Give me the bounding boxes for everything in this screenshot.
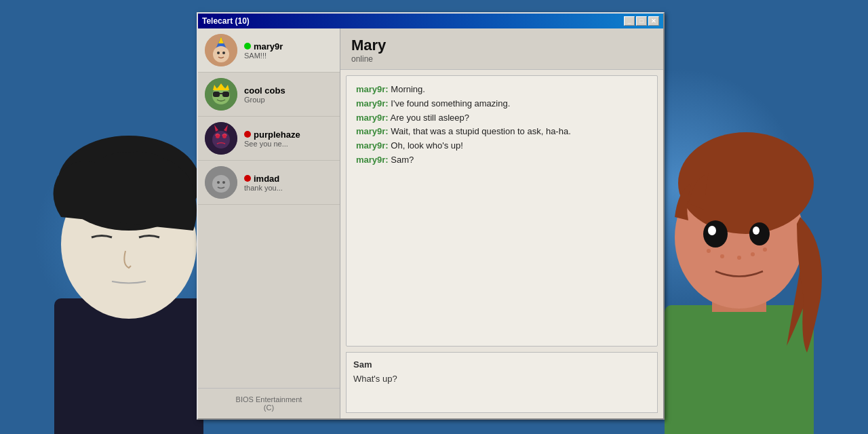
contact-item-mary9r[interactable]: mary9r SAM!!! bbox=[198, 28, 340, 73]
svg-point-9 bbox=[749, 222, 770, 245]
chat-messages[interactable]: mary9r: Morning. mary9r: I've found some… bbox=[346, 75, 658, 347]
svg-point-12 bbox=[707, 249, 711, 253]
window-controls: _ □ ✕ bbox=[624, 16, 659, 26]
avatar-mary9r bbox=[205, 34, 237, 66]
contact-name-imdad: imdad bbox=[254, 174, 279, 184]
status-dot-purplehaze bbox=[244, 131, 251, 138]
svg-point-15 bbox=[763, 248, 767, 252]
contact-preview-coolcobs: Group bbox=[244, 96, 285, 104]
status-dot-imdad bbox=[244, 175, 251, 182]
sender-0: mary9r: bbox=[356, 84, 389, 94]
contact-item-purplehaze[interactable]: purplehaze See you ne... bbox=[198, 117, 340, 161]
contacts-sidebar: mary9r SAM!!! bbox=[198, 28, 340, 418]
contact-name-row-imdad: imdad bbox=[244, 174, 283, 184]
message-0: mary9r: Morning. bbox=[356, 83, 648, 97]
minimize-button[interactable]: _ bbox=[624, 16, 635, 26]
chat-input-area[interactable]: Sam What's up? bbox=[346, 352, 658, 413]
contact-item-imdad[interactable]: imdad thank you... bbox=[198, 161, 340, 205]
text-2: Are you still asleep? bbox=[391, 113, 469, 123]
text-5: Sam? bbox=[391, 155, 414, 165]
contact-preview-purplehaze: See you ne... bbox=[244, 140, 300, 148]
app-window: Telecart (10) _ □ ✕ bbox=[197, 12, 665, 420]
avatar-coolcobs bbox=[205, 78, 237, 111]
svg-point-13 bbox=[720, 254, 724, 258]
svg-point-22 bbox=[222, 52, 225, 54]
status-dot-mary9r bbox=[244, 43, 251, 50]
contact-preview-mary9r: SAM!!! bbox=[244, 52, 283, 60]
svg-point-31 bbox=[222, 134, 226, 138]
sidebar-footer: BIOS Entertainment(C) bbox=[198, 388, 340, 418]
text-4: Oh, look who's up! bbox=[391, 140, 463, 151]
svg-point-20 bbox=[213, 46, 229, 62]
text-1: I've found something amazing. bbox=[391, 98, 510, 108]
contact-name-mary9r: mary9r bbox=[254, 41, 283, 52]
svg-point-30 bbox=[216, 134, 220, 138]
avatar-imdad bbox=[205, 166, 237, 199]
chat-input-text[interactable]: What's up? bbox=[353, 374, 650, 384]
message-3: mary9r: Wait, that was a stupid question… bbox=[356, 125, 648, 139]
text-3: Wait, that was a stupid question to ask,… bbox=[391, 126, 570, 136]
svg-point-10 bbox=[708, 226, 716, 235]
title-bar: Telecart (10) _ □ ✕ bbox=[198, 14, 663, 28]
message-5: mary9r: Sam? bbox=[356, 153, 648, 167]
message-2: mary9r: Are you still asleep? bbox=[356, 111, 648, 125]
window-body: mary9r SAM!!! bbox=[198, 28, 663, 418]
contact-info-coolcobs: cool cobs Group bbox=[244, 85, 285, 104]
svg-point-11 bbox=[753, 226, 760, 235]
svg-point-29 bbox=[212, 131, 230, 149]
chat-area: Mary online mary9r: Morning. mary9r: I'v… bbox=[340, 28, 663, 418]
sender-2: mary9r: bbox=[356, 113, 389, 123]
footer-text: BIOS Entertainment(C) bbox=[236, 395, 302, 412]
sender-5: mary9r: bbox=[356, 155, 389, 165]
contact-name-row-coolcobs: cool cobs bbox=[244, 85, 285, 96]
contact-item-coolcobs[interactable]: cool cobs Group bbox=[198, 73, 340, 117]
svg-point-37 bbox=[222, 181, 225, 184]
contact-info-imdad: imdad thank you... bbox=[244, 174, 283, 192]
svg-point-35 bbox=[212, 175, 230, 193]
svg-rect-25 bbox=[213, 92, 220, 97]
svg-point-8 bbox=[703, 220, 728, 248]
svg-point-16 bbox=[737, 256, 741, 260]
sender-4: mary9r: bbox=[356, 140, 389, 151]
close-button[interactable]: ✕ bbox=[648, 16, 659, 26]
svg-point-21 bbox=[217, 52, 220, 54]
contact-name-row-mary9r: mary9r bbox=[244, 41, 283, 52]
sender-1: mary9r: bbox=[356, 98, 389, 108]
chat-recipient-status: online bbox=[351, 54, 652, 64]
contact-preview-imdad: thank you... bbox=[244, 184, 283, 192]
svg-rect-26 bbox=[222, 92, 229, 97]
contact-info-mary9r: mary9r SAM!!! bbox=[244, 41, 283, 60]
contact-name-purplehaze: purplehaze bbox=[254, 130, 300, 140]
svg-point-36 bbox=[217, 181, 220, 184]
chat-input-sender-name: Sam bbox=[353, 359, 650, 370]
text-0: Morning. bbox=[391, 84, 425, 94]
sender-3: mary9r: bbox=[356, 126, 389, 136]
message-1: mary9r: I've found something amazing. bbox=[356, 97, 648, 111]
window-title: Telecart (10) bbox=[202, 16, 250, 26]
contact-name-coolcobs: cool cobs bbox=[244, 85, 285, 96]
avatar-purplehaze bbox=[205, 122, 237, 155]
contact-name-row-purplehaze: purplehaze bbox=[244, 130, 300, 140]
svg-rect-27 bbox=[220, 93, 222, 94]
chat-recipient-name: Mary bbox=[351, 37, 652, 54]
maximize-button[interactable]: □ bbox=[636, 16, 647, 26]
svg-point-14 bbox=[751, 252, 755, 256]
chat-header: Mary online bbox=[340, 28, 663, 70]
message-4: mary9r: Oh, look who's up! bbox=[356, 139, 648, 153]
contact-info-purplehaze: purplehaze See you ne... bbox=[244, 130, 300, 148]
